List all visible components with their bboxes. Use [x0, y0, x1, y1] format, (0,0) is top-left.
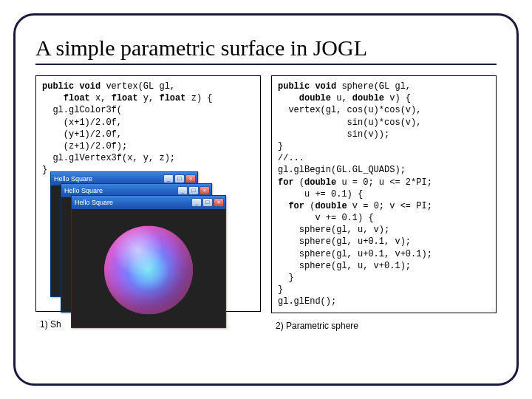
window-stack: Hello Square _ □ × Hello Square _	[50, 171, 235, 334]
window-title: Hello Square	[75, 199, 113, 206]
window-title: Hello Square	[64, 187, 103, 194]
close-icon[interactable]: ×	[185, 174, 196, 183]
left-column: public void vertex(GL gl, float x, float…	[35, 75, 261, 331]
close-icon[interactable]: ×	[200, 186, 210, 195]
window-front: Hello Square _ □ ×	[71, 195, 226, 328]
slide-content: A simple parametric surface in JOGL publ…	[35, 35, 497, 369]
caption-right: 2) Parametric sphere	[271, 321, 497, 331]
close-icon[interactable]: ×	[214, 198, 224, 207]
titlebar: Hello Square _ □ ×	[72, 196, 225, 209]
titlebar-buttons: _ □ ×	[163, 174, 196, 183]
titlebar-buttons: _ □ ×	[191, 198, 224, 207]
maximize-icon[interactable]: □	[188, 186, 199, 195]
window-client	[72, 209, 225, 327]
titlebar-buttons: _ □ ×	[177, 186, 210, 195]
slide-title: A simple parametric surface in JOGL	[35, 35, 497, 65]
minimize-icon[interactable]: _	[191, 198, 202, 207]
maximize-icon[interactable]: □	[174, 174, 185, 183]
minimize-icon[interactable]: _	[163, 174, 174, 183]
columns: public void vertex(GL gl, float x, float…	[35, 75, 497, 331]
window-title: Hello Square	[54, 175, 92, 183]
rendered-sphere	[104, 225, 193, 314]
code-right: public void sphere(GL gl, double u, doub…	[271, 75, 497, 313]
minimize-icon[interactable]: _	[177, 186, 188, 195]
right-column: public void sphere(GL gl, double u, doub…	[271, 75, 497, 331]
maximize-icon[interactable]: □	[202, 198, 213, 207]
